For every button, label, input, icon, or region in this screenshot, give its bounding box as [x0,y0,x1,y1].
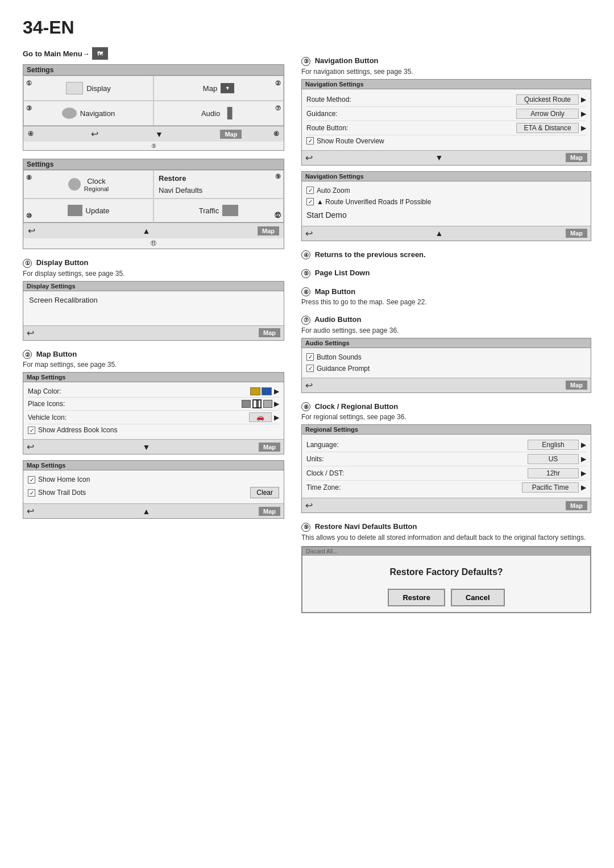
vehicle-icon-row: Vehicle Icon: 🚗 ▶ [28,411,279,424]
section-navigation-button: ③ Navigation Button For navigation setti… [301,56,591,241]
circled-8: ⑧ [301,402,310,411]
settings-cell-clock[interactable]: ⑧ Clock Regional [23,170,154,199]
map-down-btn-1[interactable]: ▼ [143,443,151,452]
map-btn-desc: Press this to go to the map. See page 22… [301,298,591,306]
regional-settings-title: Regional Settings [302,425,591,435]
page-down-btn-1[interactable]: ▼ [155,130,163,139]
page-list-down-title: ⑤ Page List Down [301,268,591,278]
regional-panel-bottom: ↩ Map [302,498,591,512]
nav-icon [62,108,77,119]
guidance-prompt-checkbox[interactable]: ✓ [306,365,314,372]
nav-settings-body-2: ✓ Auto Zoom ✓ ▲ Route Unverified Roads I… [302,181,591,226]
map-btn-title: ⑥ Map Button [301,287,591,297]
nav-down-btn-1[interactable]: ▼ [435,153,443,162]
circled-3: ③ [301,57,310,66]
restore-button[interactable]: Restore [388,589,445,606]
returns-title: ④ Returns to the previous screen. [301,250,591,260]
clear-btn[interactable]: Clear [250,487,279,498]
nav-map-btn-1[interactable]: Map [566,153,587,162]
place-icon-1 [242,400,251,408]
map-settings-panel-2: Map Settings ✓ Show Home Icon ✓ Show Tra… [23,460,284,519]
route-unverified-checkbox[interactable]: ✓ [306,198,314,205]
nav-up-btn-2[interactable]: ▲ [435,229,443,238]
display-panel-body: Screen Recalibration [23,291,284,325]
display-button-title: ① Display Button [23,258,284,268]
nav-panel-1-bottom: ↩ ▼ Map [302,150,591,165]
cancel-button[interactable]: Cancel [451,589,505,606]
auto-zoom-checkbox[interactable]: ✓ [306,187,314,194]
display-panel-bottom: ↩ Map [23,325,284,340]
nav-settings-panel-2: Navigation Settings ✓ Auto Zoom ✓ ▲ Rout… [301,171,591,241]
guidance-row: Guidance: Arrow Only ▶ [306,107,586,121]
nav-map-btn-2[interactable]: Map [566,229,587,238]
settings-cell-display[interactable]: ① Display [23,76,154,101]
audio-back-btn[interactable]: ↩ [305,380,313,391]
map-up-btn-2[interactable]: ▲ [143,507,151,516]
nav-settings-panel-1: Navigation Settings Route Method: Quicke… [301,79,591,166]
route-button-arrow: ▶ [581,124,586,132]
num-11-area: ⑪ [23,238,284,249]
num-4-label: ④ [28,130,34,138]
show-trail-checkbox[interactable]: ✓ [28,489,35,497]
settings-grid-2: ⑧ Clock Regional ⑨ Restore Navi Defaults… [23,170,284,223]
button-sounds-label: Button Sounds [317,353,362,361]
audio-button-title: ⑦ Audio Button [301,315,591,325]
settings-cell-navigation[interactable]: ③ Navigation [23,101,154,126]
button-sounds-checkbox[interactable]: ✓ [306,353,314,361]
settings-box-2: Settings ⑧ Clock Regional ⑨ Restore Navi… [23,159,284,249]
route-button-row: Route Button: ETA & Distance ▶ [306,121,586,135]
circled-7: ⑦ [301,316,310,325]
map-color-swatch-1 [250,387,260,395]
settings-bottom-bar-2: ↩ ▲ Map [23,223,284,238]
show-route-row: ✓ Show Route Overview [306,135,586,147]
regional-map-btn[interactable]: Map [566,501,587,510]
audio-map-btn[interactable]: Map [566,381,587,390]
route-method-label: Route Method: [306,96,351,104]
settings-cell-map[interactable]: Map ▼ ② [154,76,284,101]
settings-cell-traffic[interactable]: Traffic ⑫ [154,199,284,222]
route-unverified-row: ✓ ▲ Route Unverified Roads If Possible [306,196,586,208]
show-route-checkbox[interactable]: ✓ [306,137,314,144]
display-label: Display [86,84,111,93]
display-back-btn[interactable]: ↩ [27,328,34,338]
vehicle-icon-arrow: ▶ [274,414,279,421]
display-icon [66,82,83,94]
map-panel-1-bottom: ↩ ▼ Map [23,439,284,454]
settings-cell-audio[interactable]: Audio ⑦ [154,101,284,126]
place-icon-sep: ‖ [252,399,262,408]
circled-4: ④ [301,250,310,259]
restore-label: Restore [159,174,186,183]
show-address-row: ✓ Show Address Book Icons [28,424,279,436]
circled-5: ⑤ [301,269,310,278]
regional-back-btn[interactable]: ↩ [305,500,313,511]
back-btn-2[interactable]: ↩ [28,225,35,236]
num-10-label: ⑩ [26,212,32,220]
audio-button-desc: For audio settings, see page 36. [301,326,591,334]
route-method-row: Route Method: Quickest Route ▶ [306,93,586,107]
settings-cell-restore[interactable]: ⑨ Restore Navi Defaults [154,170,284,199]
show-address-checkbox[interactable]: ✓ [28,427,35,434]
map-back-btn-2[interactable]: ↩ [27,506,34,516]
map-btn-2[interactable]: Map [258,226,279,235]
circled-2: ② [23,350,32,359]
display-button-desc: For display settings, see page 35. [23,270,284,278]
audio-cell-label: Audio [201,109,220,118]
nav-panel-2-bottom: ↩ ▲ Map [302,226,591,241]
back-btn-1[interactable]: ↩ [91,129,98,139]
nav-back-btn-1[interactable]: ↩ [305,152,313,163]
map-back-btn-1[interactable]: ↩ [27,441,34,452]
map-map-btn-1[interactable]: Map [259,443,280,452]
vehicle-icon-value: 🚗 [249,412,272,422]
map-btn-1[interactable]: Map [220,130,242,139]
settings-cell-update[interactable]: ⑩ Update [23,199,154,222]
display-map-btn[interactable]: Map [259,328,280,337]
map-map-btn-2[interactable]: Map [259,507,280,516]
show-home-checkbox[interactable]: ✓ [28,476,35,483]
page-number: 34-EN [23,17,591,38]
regional-label: Regional [84,185,109,192]
settings-bottom-bar-1: ④ ↩ ▼ Map ⑥ [23,126,284,142]
nav-back-btn-2[interactable]: ↩ [305,228,313,239]
units-value: US [528,454,579,464]
place-icons-label: Place Icons: [28,400,65,408]
page-up-btn-2[interactable]: ▲ [143,226,151,235]
